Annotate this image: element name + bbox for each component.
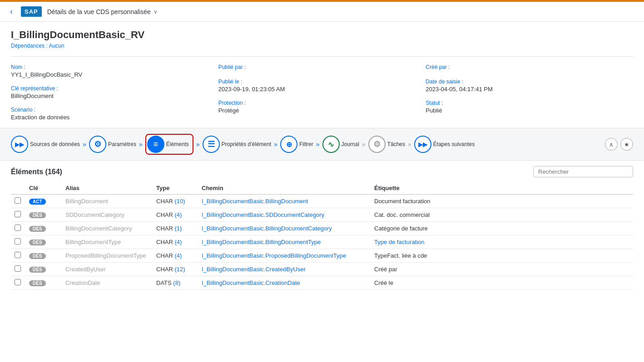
- row-path[interactable]: I_BillingDocumentBasic.CreatedByUser: [198, 263, 371, 276]
- step-icon-etapes[interactable]: ▶▶: [414, 136, 431, 153]
- row-alias: SDDocumentCategory: [62, 208, 153, 222]
- step-icon-taches[interactable]: ⚙: [368, 136, 386, 153]
- row-checkbox-cell[interactable]: [11, 208, 25, 222]
- col-header-key: Clé: [25, 182, 62, 195]
- step-etapes[interactable]: ▶▶ Étapes suivantes: [414, 136, 475, 153]
- nav-title: Détails de la vue CDS personnalisée ∨: [47, 8, 158, 15]
- key-badge: DÉS: [29, 212, 46, 218]
- top-bar: ‹ SAP Détails de la vue CDS personnalisé…: [0, 0, 644, 22]
- step-elements-wrapper[interactable]: ≡ Éléments: [145, 134, 193, 155]
- row-path[interactable]: I_BillingDocumentBasic.SDDocumentCategor…: [198, 208, 371, 222]
- row-checkbox[interactable]: [15, 265, 21, 272]
- table-row: DÉSCreatedByUserCHAR (12)I_BillingDocume…: [11, 263, 633, 276]
- row-checkbox[interactable]: [15, 279, 21, 285]
- step-sources[interactable]: ▶▶ Sources de données: [11, 136, 80, 153]
- step-journal[interactable]: ∿ Journal: [322, 136, 359, 153]
- sap-logo: SAP: [21, 6, 42, 17]
- step-parametres[interactable]: ⚙ Paramètres: [89, 136, 136, 153]
- row-checkbox-cell[interactable]: [11, 249, 25, 263]
- main-content: I_BillingDocumentBasic_RV Dépendances : …: [0, 22, 644, 121]
- col-header-type: Type: [153, 182, 198, 195]
- row-alias: CreatedByUser: [62, 263, 153, 276]
- arrow-1: »: [83, 141, 86, 148]
- col-header-label: Étiquette: [371, 182, 633, 195]
- row-checkbox[interactable]: [15, 211, 21, 217]
- key-badge: DÉS: [29, 240, 46, 245]
- chevron-down-icon[interactable]: ∨: [154, 9, 158, 15]
- step-label-elements: Éléments: [166, 141, 189, 147]
- step-icon-elements[interactable]: ≡: [147, 136, 164, 153]
- col-header-alias: Alias: [62, 182, 153, 195]
- step-taches[interactable]: ⚙ Tâches: [368, 136, 405, 153]
- row-path[interactable]: I_BillingDocumentBasic.BillingDocumentTy…: [198, 235, 371, 249]
- row-key: DÉS: [25, 235, 62, 249]
- workflow-controls: ∧ ★: [605, 138, 633, 151]
- step-label-parametres: Paramètres: [108, 141, 136, 147]
- key-badge: DÉS: [29, 267, 46, 273]
- arrow-5: »: [316, 141, 320, 148]
- info-grid: Nom : YY1_I_BillingDocBasic_RV Clé repré…: [11, 56, 633, 121]
- row-path[interactable]: I_BillingDocumentBasic.BillingDocument: [198, 195, 371, 208]
- step-filtrer[interactable]: ⊕ Filtrer: [280, 136, 313, 153]
- collapse-button[interactable]: ∧: [605, 138, 618, 151]
- row-checkbox[interactable]: [15, 197, 21, 204]
- row-checkbox-cell[interactable]: [11, 222, 25, 235]
- step-label-filtrer: Filtrer: [299, 141, 313, 147]
- elements-title: Éléments (164): [11, 168, 62, 176]
- row-alias: ProposedBillingDocumentType: [62, 249, 153, 263]
- col-header-path: Chemin: [198, 182, 371, 195]
- info-col-1: Nom : YY1_I_BillingDocBasic_RV Clé repré…: [11, 64, 218, 121]
- step-icon-journal[interactable]: ∿: [322, 136, 340, 153]
- row-checkbox[interactable]: [15, 238, 21, 245]
- step-label-journal: Journal: [342, 141, 359, 147]
- row-type: DATS (8): [153, 276, 198, 290]
- field-publie-le: Publié le : 2023-09-19, 01:23:05 AM: [218, 78, 415, 93]
- row-key: DÉS: [25, 222, 62, 235]
- field-nom: Nom : YY1_I_BillingDocBasic_RV: [11, 64, 208, 78]
- row-key: ACT: [25, 195, 62, 208]
- row-checkbox[interactable]: [15, 252, 21, 258]
- field-cle: Clé représentative : BillingDocument: [11, 85, 208, 99]
- field-protection: Protection : Protégé: [218, 100, 415, 114]
- entity-title: I_BillingDocumentBasic_RV: [11, 29, 633, 41]
- field-scenario: Scénario : Extraction de données: [11, 107, 208, 121]
- elements-section: Éléments (164) Clé Alias Type Chemin Éti…: [0, 161, 644, 290]
- row-key: DÉS: [25, 249, 62, 263]
- row-checkbox-cell[interactable]: [11, 235, 25, 249]
- step-icon-filtrer[interactable]: ⊕: [280, 136, 297, 153]
- step-icon-parametres[interactable]: ⚙: [89, 136, 106, 153]
- row-label: Cat. doc. commercial: [371, 208, 633, 222]
- row-label: Créé le: [371, 276, 633, 290]
- row-key: DÉS: [25, 276, 62, 290]
- step-icon-sources[interactable]: ▶▶: [11, 136, 28, 153]
- table-row: DÉSCreationDateDATS (8)I_BillingDocument…: [11, 276, 633, 290]
- key-badge: DÉS: [29, 280, 46, 286]
- row-path[interactable]: I_BillingDocumentBasic.ProposedBillingDo…: [198, 249, 371, 263]
- step-proprietes[interactable]: ☰ Propriétés d'élément: [203, 136, 272, 153]
- row-checkbox[interactable]: [15, 225, 21, 231]
- step-icon-proprietes[interactable]: ☰: [203, 136, 220, 153]
- row-type: CHAR (10): [153, 195, 198, 208]
- row-path[interactable]: I_BillingDocumentBasic.BillingDocumentCa…: [198, 222, 371, 235]
- arrow-3: »: [196, 141, 200, 148]
- field-date-saisie: Date de saisie : 2023-04-05, 04:17:41 PM: [426, 78, 622, 93]
- row-path[interactable]: I_BillingDocumentBasic.CreationDate: [198, 276, 371, 290]
- row-checkbox-cell[interactable]: [11, 195, 25, 208]
- row-checkbox-cell[interactable]: [11, 276, 25, 290]
- workflow-bar: ▶▶ Sources de données » ⚙ Paramètres » ≡…: [0, 128, 644, 161]
- step-label-taches: Tâches: [387, 141, 405, 147]
- row-alias: BillingDocument: [62, 195, 153, 208]
- back-button[interactable]: ‹: [7, 6, 15, 17]
- elements-table: Clé Alias Type Chemin Étiquette ACTBilli…: [11, 182, 633, 290]
- table-row: DÉSBillingDocumentTypeCHAR (4)I_BillingD…: [11, 235, 633, 249]
- row-label: Document facturation: [371, 195, 633, 208]
- row-type: CHAR (1): [153, 222, 198, 235]
- row-type: CHAR (4): [153, 208, 198, 222]
- pin-button[interactable]: ★: [620, 138, 633, 151]
- row-checkbox-cell[interactable]: [11, 263, 25, 276]
- search-input[interactable]: [533, 166, 633, 177]
- key-badge: DÉS: [29, 253, 46, 259]
- step-label-proprietes: Propriétés d'élément: [222, 141, 272, 147]
- arrow-4: »: [274, 141, 277, 148]
- arrow-7: »: [408, 141, 411, 148]
